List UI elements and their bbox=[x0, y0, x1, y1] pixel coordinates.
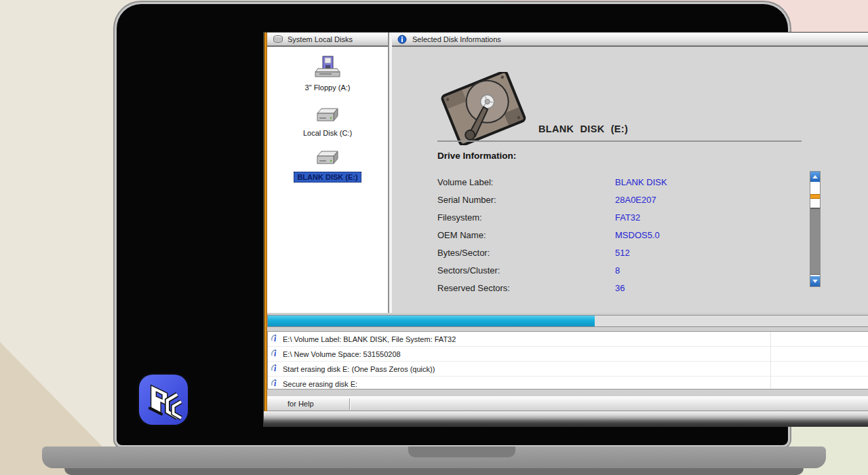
chevron-down-icon bbox=[812, 280, 818, 283]
status-bar: for Help bbox=[267, 396, 868, 411]
log-info-icon: i bbox=[271, 332, 281, 345]
log-info-icon: i bbox=[271, 362, 281, 375]
log-entry-text: E:\ Volume Label: BLANK DISK, File Syste… bbox=[283, 335, 456, 343]
log-info-icon: i bbox=[271, 347, 281, 360]
hard-drive-icon bbox=[315, 149, 340, 170]
log-entry[interactable]: i Secure erasing disk E: bbox=[268, 377, 868, 390]
svg-text:i: i bbox=[274, 334, 277, 343]
field-row: Volume Label: BLANK DISK bbox=[437, 173, 817, 191]
hard-disk-photo bbox=[435, 72, 530, 145]
field-row: Sectors/Cluster: 8 bbox=[437, 261, 817, 279]
log-info-icon: i bbox=[271, 377, 281, 390]
log-entry-text: E:\ New Volume Space: 531550208 bbox=[283, 350, 401, 358]
laptop-screen: System Local Disks bbox=[117, 4, 788, 445]
vertical-scrollbar[interactable] bbox=[810, 171, 821, 287]
log-column-divider bbox=[770, 332, 771, 390]
disk-item-label: 3" Floppy (A:) bbox=[305, 83, 351, 92]
erase-progress-bar bbox=[267, 315, 868, 327]
log-list: i E:\ Volume Label: BLANK DISK, File Sys… bbox=[267, 331, 868, 390]
field-label: Reserved Sectors: bbox=[437, 283, 615, 293]
field-label: Bytes/Sector: bbox=[437, 248, 615, 258]
drive-information-heading: Drive Information: bbox=[437, 151, 516, 161]
left-panel-title: System Local Disks bbox=[288, 35, 353, 43]
progress-fill bbox=[268, 316, 595, 326]
floppy-drive-icon bbox=[313, 56, 342, 81]
laptop-base bbox=[42, 446, 826, 468]
info-icon bbox=[397, 35, 408, 44]
disks-stack-icon bbox=[273, 35, 283, 44]
disk-info-panel: Selected Disk Informations bbox=[392, 33, 868, 313]
field-row: Filesystem: FAT32 bbox=[437, 208, 817, 226]
field-label: OEM Name: bbox=[437, 230, 615, 240]
drive-fields: Volume Label: BLANK DISK Serial Number: … bbox=[437, 173, 817, 297]
disk-item-label: Local Disk (C:) bbox=[303, 129, 352, 137]
field-label: Sectors/Cluster: bbox=[437, 265, 615, 276]
svg-text:i: i bbox=[274, 349, 277, 358]
status-bar-divider bbox=[349, 398, 351, 410]
disk-item-label-selected: BLANK DISK (E:) bbox=[294, 172, 361, 183]
field-value: 8 bbox=[615, 265, 620, 276]
window-bottom-edge bbox=[264, 411, 868, 426]
laptop-base-notch bbox=[408, 446, 515, 457]
app-window: System Local Disks bbox=[264, 33, 868, 426]
system-local-disks-panel: System Local Disks bbox=[267, 33, 388, 313]
svg-text:i: i bbox=[274, 364, 277, 373]
left-panel-header: System Local Disks bbox=[267, 33, 388, 47]
log-entry[interactable]: i Start erasing disk E: (One Pass Zeros … bbox=[268, 362, 868, 377]
scrollbar-marker bbox=[810, 194, 820, 199]
field-row: Bytes/Sector: 512 bbox=[437, 244, 817, 261]
selected-disk-title: BLANK DISK (E:) bbox=[538, 124, 628, 134]
scrollbar-thumb[interactable] bbox=[810, 208, 820, 275]
right-panel-title: Selected Disk Informations bbox=[412, 35, 501, 43]
log-entry[interactable]: i E:\ Volume Label: BLANK DISK, File Sys… bbox=[268, 332, 868, 347]
field-value: 28A0E207 bbox=[615, 195, 656, 205]
laptop-base-front bbox=[64, 468, 804, 475]
disk-item-local-c[interactable]: Local Disk (C:) bbox=[303, 107, 352, 137]
field-label: Filesystem: bbox=[437, 212, 615, 223]
scroll-down-button[interactable] bbox=[810, 276, 820, 286]
field-row: OEM Name: MSDOS5.0 bbox=[437, 226, 817, 244]
disk-item-floppy-a[interactable]: 3" Floppy (A:) bbox=[305, 56, 351, 92]
disk-list: 3" Floppy (A:) bbox=[267, 47, 388, 313]
disk-item-blank-e[interactable]: BLANK DISK (E:) bbox=[294, 149, 361, 183]
field-value: BLANK DISK bbox=[615, 177, 667, 187]
field-label: Volume Label: bbox=[437, 177, 615, 187]
field-value: MSDOS5.0 bbox=[615, 230, 660, 240]
title-rule bbox=[437, 140, 802, 142]
field-value: 512 bbox=[615, 248, 630, 258]
log-entry[interactable]: i E:\ New Volume Space: 531550208 bbox=[268, 347, 868, 362]
pc-logo bbox=[139, 375, 188, 425]
scroll-up-button[interactable] bbox=[810, 172, 820, 182]
chevron-up-icon bbox=[812, 175, 818, 178]
field-value: 36 bbox=[615, 283, 625, 293]
field-row: Reserved Sectors: 36 bbox=[437, 279, 817, 297]
right-panel-header: Selected Disk Informations bbox=[392, 33, 868, 47]
status-help-text: for Help bbox=[288, 400, 314, 408]
field-row: Serial Number: 28A0E207 bbox=[437, 191, 817, 208]
log-entry-text: Secure erasing disk E: bbox=[283, 380, 357, 388]
svg-text:i: i bbox=[274, 379, 277, 388]
field-value: FAT32 bbox=[615, 212, 640, 223]
scene: System Local Disks bbox=[0, 0, 868, 475]
field-label: Serial Number: bbox=[437, 195, 615, 205]
hard-drive-icon bbox=[315, 107, 340, 127]
log-entry-text: Start erasing disk E: (One Pass Zeros (q… bbox=[283, 365, 435, 373]
